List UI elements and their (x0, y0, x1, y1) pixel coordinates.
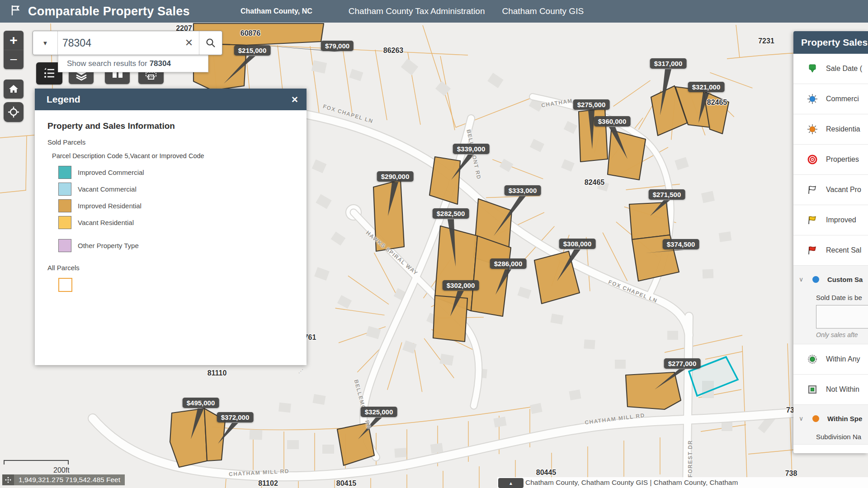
price-tag[interactable]: $277,000 (664, 358, 701, 369)
search-input[interactable] (58, 31, 179, 55)
parcel-number-label: 7231 (758, 37, 774, 45)
legend-panel: Legend ✕ Property and Sales Information … (35, 89, 307, 365)
price-tag[interactable]: $360,000 (594, 116, 631, 127)
price-tag[interactable]: $271,500 (649, 189, 685, 200)
legend-item-label: Improved Residential (78, 202, 142, 210)
search-bar: ▼ ✕ (33, 31, 222, 55)
sold-parcel (433, 296, 467, 342)
legend-body: Property and Sales Information Sold Parc… (35, 110, 307, 376)
search-suggestion[interactable]: Show search results for 78304 (58, 55, 208, 72)
sold-parcel (608, 130, 646, 180)
price-tag[interactable]: $290,000 (377, 171, 414, 182)
price-tag[interactable]: $308,000 (559, 239, 596, 249)
scale-bar: 200ft (4, 460, 70, 474)
legend-swatch (58, 199, 71, 212)
legend-item: Vacant Residential (58, 216, 294, 229)
search-submit-button[interactable] (199, 31, 222, 55)
panel-item-green-square[interactable]: Not Within (793, 375, 868, 405)
legend-item: Improved Residential (58, 199, 294, 212)
panel-section-header[interactable]: ∨Custom Sa (793, 266, 868, 293)
red-bullseye-icon (807, 154, 818, 165)
panel-item-red-flag[interactable]: Recent Sal (793, 235, 868, 266)
legend-all-parcels-row (58, 278, 294, 292)
price-tag[interactable]: $79,000 (321, 41, 354, 51)
header-link-county[interactable]: Chatham County, NC (241, 7, 312, 15)
legend-section-title: Property and Sales Information (47, 121, 294, 131)
zoom-out-button[interactable]: − (4, 50, 24, 69)
date-input[interactable] (816, 305, 868, 328)
panel-item-green-pin[interactable]: Sale Date ( (793, 54, 868, 84)
legend-resize-handle[interactable]: ⋰ (298, 368, 304, 374)
zoom-in-button[interactable]: + (4, 31, 24, 50)
parcel-number-label: 80415 (336, 479, 357, 488)
home-extent-button[interactable] (4, 80, 24, 99)
price-tag[interactable]: $282,500 (433, 208, 469, 219)
suggestion-term: 78304 (150, 59, 171, 68)
attribution-expand-button[interactable]: ▲ (498, 478, 524, 488)
property-sales-rows: Sale Date (CommerciResidentiaPropertiesV… (793, 54, 868, 445)
locate-icon (8, 106, 19, 118)
header-link-tax-admin[interactable]: Chatham County Tax Administration (349, 6, 485, 16)
sold-parcel (170, 408, 207, 467)
legend-item: Improved Commercial (58, 166, 294, 179)
price-tag[interactable]: $275,000 (573, 99, 610, 110)
price-tag[interactable]: $286,000 (490, 258, 527, 269)
attribution-bar: Chatham County, Chatham County GIS | Cha… (497, 477, 868, 488)
orange-sun-icon (807, 124, 818, 135)
panel-item-green-ring[interactable]: Within Any (793, 344, 868, 375)
panel-section: ∨Within SpeSubdivision Na (793, 405, 868, 445)
panel-section-text: Subdivision Na (816, 433, 868, 441)
green-pin-icon (807, 63, 818, 74)
price-tag[interactable]: $374,500 (663, 239, 699, 249)
price-tag[interactable]: $302,000 (443, 280, 479, 291)
price-tag[interactable]: $325,000 (361, 407, 397, 417)
search-icon (205, 38, 216, 48)
price-tag[interactable]: $215,000 (234, 45, 271, 56)
chevron-down-icon[interactable]: ∨ (799, 415, 808, 422)
sold-parcel (626, 372, 681, 409)
app-title: Comparable Property Sales (28, 5, 204, 19)
road-label: FOREST DR (687, 440, 693, 478)
legend-group-sold: Sold Parcels (47, 138, 294, 146)
parcel-number-label: 738 (785, 469, 797, 478)
panel-item-label: Vacant Pro (826, 186, 861, 194)
green-square-icon (807, 384, 818, 395)
app-logo-flag-icon (10, 5, 22, 18)
parcel-number-label: 80445 (536, 469, 557, 477)
legend-close-icon[interactable]: ✕ (291, 94, 298, 105)
legend-header[interactable]: Legend ✕ (35, 89, 307, 110)
panel-item-blue-sun[interactable]: Commerci (793, 84, 868, 114)
chevron-down-icon[interactable]: ∨ (799, 276, 808, 283)
coordinates-mode-icon[interactable] (2, 474, 14, 485)
price-tag[interactable]: $321,000 (688, 82, 725, 92)
property-sales-panel-title: Property Sales (793, 31, 868, 54)
panel-item-red-bullseye[interactable]: Properties (793, 145, 868, 175)
search-clear-icon[interactable]: ✕ (179, 31, 199, 55)
panel-section-label: Within Spe (827, 415, 862, 422)
legend-swatch (58, 239, 71, 252)
locate-button[interactable] (4, 102, 24, 122)
sold-parcel (429, 157, 460, 204)
panel-section-header[interactable]: ∨Within Spe (793, 405, 868, 432)
price-tag[interactable]: $339,000 (453, 144, 490, 154)
panel-section: ∨Custom SaSold Date is beOnly sales afte (793, 266, 868, 344)
panel-item-yellow-flag[interactable]: Improved (793, 205, 868, 235)
header-link-gis[interactable]: Chatham County GIS (502, 6, 584, 16)
price-tag[interactable]: $333,000 (505, 185, 541, 196)
scale-bar-line (4, 460, 69, 465)
panel-item-label: Properties (826, 155, 859, 164)
panel-item-orange-sun[interactable]: Residentia (793, 114, 868, 145)
price-tag[interactable]: $372,000 (217, 412, 254, 422)
coordinates-widget: 1,949,321.275 719,542.485 Feet (2, 474, 125, 485)
panel-item-white-flag[interactable]: Vacant Pro (793, 175, 868, 205)
coordinates-readout: 1,949,321.275 719,542.485 Feet (14, 474, 125, 485)
app-header: Comparable Property Sales Chatham County… (0, 0, 868, 23)
panel-section-label: Custom Sa (827, 276, 863, 283)
price-tag[interactable]: $317,000 (650, 58, 687, 69)
green-ring-icon (807, 354, 818, 365)
panel-section-text: Sold Date is be (816, 294, 868, 301)
price-tag[interactable]: $495,000 (183, 398, 219, 408)
sold-parcel (629, 202, 670, 239)
search-source-dropdown[interactable]: ▼ (33, 31, 58, 55)
legend-item-label: Improved Commercial (78, 169, 144, 176)
